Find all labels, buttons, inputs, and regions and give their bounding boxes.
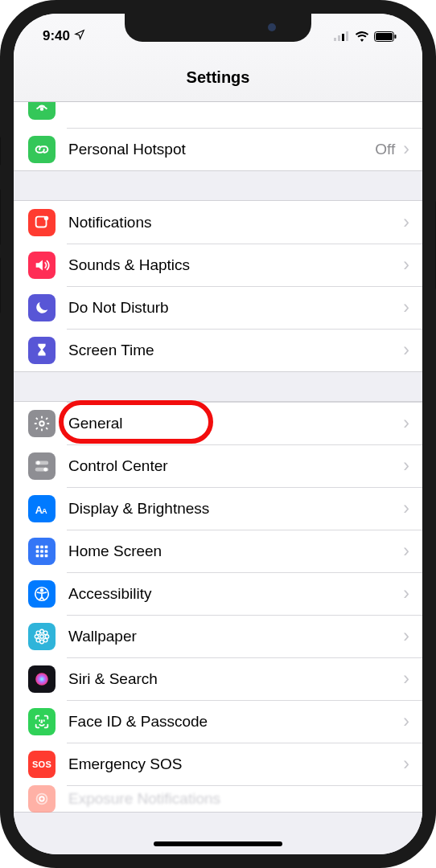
cellular-signal-icon xyxy=(334,31,350,41)
settings-row-screen-time[interactable]: Screen Time › xyxy=(14,329,422,371)
svg-point-28 xyxy=(40,634,44,638)
svg-point-32 xyxy=(45,634,49,638)
chevron-right-icon: › xyxy=(401,583,422,604)
row-label: Notifications xyxy=(68,214,401,231)
row-label: Wallpaper xyxy=(68,628,401,645)
row-label: Emergency SOS xyxy=(68,755,401,773)
row-label: General xyxy=(68,415,401,432)
chevron-right-icon: › xyxy=(401,254,422,276)
moon-icon xyxy=(28,294,56,321)
cellular-icon xyxy=(28,102,56,120)
settings-row-personal-hotspot[interactable]: Personal Hotspot Off › xyxy=(14,128,422,170)
svg-rect-17 xyxy=(36,545,39,548)
settings-list[interactable]: Cellular › Personal Hotspot Off › xyxy=(14,102,422,854)
svg-point-29 xyxy=(40,629,44,633)
faceid-icon xyxy=(28,708,56,735)
svg-rect-24 xyxy=(40,554,43,557)
settings-row-control-center[interactable]: Control Center › xyxy=(14,444,422,487)
wifi-icon xyxy=(355,31,369,42)
row-label: Personal Hotspot xyxy=(68,141,375,158)
settings-row-wallpaper[interactable]: Wallpaper › xyxy=(14,615,422,657)
svg-rect-22 xyxy=(45,550,48,553)
chevron-right-icon: › xyxy=(401,138,422,160)
svg-rect-21 xyxy=(40,550,43,553)
chevron-right-icon: › xyxy=(401,339,422,361)
svg-rect-20 xyxy=(36,550,39,553)
nav-bar: Settings xyxy=(14,54,422,102)
svg-rect-5 xyxy=(376,33,393,40)
svg-rect-23 xyxy=(36,554,39,557)
svg-point-9 xyxy=(44,215,49,220)
row-label: Screen Time xyxy=(68,342,401,359)
settings-row-emergency-sos[interactable]: SOS Emergency SOS › xyxy=(14,743,422,785)
settings-row-exposure-notifications[interactable]: Exposure Notifications › xyxy=(14,785,422,812)
svg-point-27 xyxy=(41,588,43,591)
accessibility-icon xyxy=(28,580,56,608)
settings-row-cellular[interactable]: Cellular › xyxy=(14,102,422,128)
row-label: Siri & Search xyxy=(68,670,401,688)
row-label: Control Center xyxy=(68,457,401,475)
chevron-right-icon: › xyxy=(401,668,422,690)
settings-row-do-not-disturb[interactable]: Do Not Disturb › xyxy=(14,286,422,329)
settings-row-display[interactable]: AA Display & Brightness › xyxy=(14,487,422,530)
row-label: Face ID & Passcode xyxy=(68,713,401,731)
exposure-icon xyxy=(28,785,56,813)
toggles-icon xyxy=(28,452,56,480)
speaker-icon xyxy=(28,252,56,279)
svg-rect-6 xyxy=(395,35,397,39)
row-label: Sounds & Haptics xyxy=(68,256,401,274)
settings-row-sounds[interactable]: Sounds & Haptics › xyxy=(14,244,422,286)
chevron-right-icon: › xyxy=(401,625,422,647)
svg-rect-19 xyxy=(45,545,48,548)
home-grid-icon xyxy=(28,538,56,565)
svg-point-7 xyxy=(41,108,43,110)
chevron-right-icon: › xyxy=(401,297,422,318)
battery-icon xyxy=(374,31,397,42)
status-time: 9:40 xyxy=(43,28,70,44)
chevron-right-icon: › xyxy=(401,455,422,477)
chevron-right-icon: › xyxy=(401,540,422,562)
sos-icon: SOS xyxy=(28,751,56,778)
hourglass-icon xyxy=(28,337,56,364)
svg-point-36 xyxy=(43,638,47,642)
svg-point-33 xyxy=(36,631,40,635)
settings-row-faceid[interactable]: Face ID & Passcode › xyxy=(14,700,422,743)
chevron-right-icon: › xyxy=(401,710,422,732)
row-label: Display & Brightness xyxy=(68,500,401,518)
row-value: Off xyxy=(375,141,395,158)
svg-point-12 xyxy=(36,461,40,465)
flower-icon xyxy=(28,623,56,650)
svg-point-37 xyxy=(35,673,48,686)
svg-point-31 xyxy=(35,634,39,638)
location-icon xyxy=(74,28,85,44)
row-label: Do Not Disturb xyxy=(68,299,401,317)
chevron-right-icon: › xyxy=(401,211,422,233)
row-label: Accessibility xyxy=(68,585,401,603)
svg-rect-3 xyxy=(346,31,348,41)
siri-icon xyxy=(28,665,56,693)
text-size-icon: AA xyxy=(28,495,56,522)
settings-row-accessibility[interactable]: Accessibility › xyxy=(14,572,422,615)
home-indicator[interactable] xyxy=(154,841,282,846)
chevron-right-icon: › xyxy=(401,412,422,434)
settings-row-siri[interactable]: Siri & Search › xyxy=(14,657,422,700)
svg-point-35 xyxy=(36,638,40,642)
gear-icon xyxy=(28,410,56,437)
svg-point-39 xyxy=(37,793,47,804)
sos-text: SOS xyxy=(32,760,51,769)
row-label: Home Screen xyxy=(68,542,401,560)
svg-point-14 xyxy=(43,467,47,471)
chevron-right-icon: › xyxy=(401,497,422,519)
settings-row-notifications[interactable]: Notifications › xyxy=(14,201,422,244)
chevron-right-icon: › xyxy=(401,753,422,775)
svg-text:A: A xyxy=(42,506,47,514)
svg-point-10 xyxy=(39,421,44,426)
settings-row-general[interactable]: General › xyxy=(14,402,422,444)
svg-point-30 xyxy=(40,640,44,644)
notifications-icon xyxy=(28,209,56,236)
svg-rect-25 xyxy=(45,554,48,557)
svg-rect-0 xyxy=(334,38,336,41)
settings-row-home-screen[interactable]: Home Screen › xyxy=(14,530,422,572)
svg-point-38 xyxy=(39,796,44,801)
svg-rect-1 xyxy=(338,35,340,41)
